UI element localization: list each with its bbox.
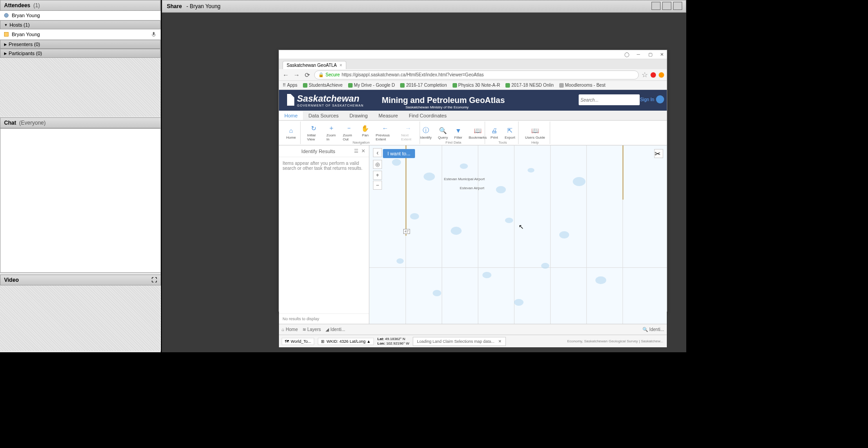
filter-icon: ▼ [454, 126, 462, 135]
hand-icon: ✋ [361, 124, 369, 132]
chat-body[interactable] [0, 128, 161, 273]
identify-noresults: No results to display [279, 313, 369, 324]
tool-zoom-out[interactable]: －Zoom Out [340, 123, 358, 142]
bottom-tab-home[interactable]: ⌂ Home [282, 327, 298, 332]
tool-initial-view[interactable]: ↻Initial View [304, 123, 323, 142]
i-want-to-button[interactable]: I want to... [383, 149, 415, 158]
map-view[interactable]: Estevan Municipal Airport Estevan Airpor… [369, 145, 667, 324]
svg-point-0 [5, 14, 9, 18]
back-button[interactable]: ← [282, 71, 290, 79]
bottom-tab-identify2[interactable]: 🔍 Identi... [642, 327, 664, 332]
ribbon-tab-findcoords[interactable]: Find Coordinates [403, 111, 452, 120]
participants-group[interactable]: ▶ Participants (0) [0, 49, 160, 58]
video-body [0, 285, 161, 351]
identify-hint: Items appear after you perform a valid s… [279, 157, 369, 313]
app-title: Mining and Petroleum GeoAtlas [382, 96, 505, 105]
list-icon[interactable]: ☰ [354, 148, 359, 154]
close-icon[interactable]: ✕ [498, 339, 502, 344]
host-name: Bryan Young [12, 32, 40, 37]
ribbon-tab-home[interactable]: Home [279, 111, 303, 120]
fullscreen-icon[interactable]: ⛶ [151, 277, 157, 283]
cursor-icon: ↖ [519, 223, 524, 230]
tab-close-icon[interactable]: × [340, 63, 342, 68]
minimize-button[interactable]: ─ [635, 51, 642, 58]
group-label-find: Find Data [446, 140, 462, 145]
tool-export[interactable]: ⇱Export [502, 126, 518, 140]
refresh-icon: ↻ [310, 124, 318, 132]
grid-icon: ⊞ [321, 339, 325, 344]
attendee-name: Bryan Young [12, 13, 40, 18]
maximize-button[interactable]: ▢ [647, 51, 653, 58]
tool-query[interactable]: 🔍Query [435, 126, 451, 140]
panel-back-button[interactable]: ‹ [373, 148, 382, 157]
coordinates: Lat: 49.18362° N Lon: 102.92196° W [377, 337, 409, 346]
bookmark-item[interactable]: My Drive - Google D [348, 83, 395, 88]
tool-zoom-in[interactable]: ＋Zoom In [324, 123, 339, 142]
wkid-selector[interactable]: ⊞ WKID: 4326 Lat/Long ▲ [318, 338, 373, 345]
identify-panel: Identify Results ☰ ✕ Items appear after … [279, 145, 369, 324]
tool-home[interactable]: ⌂Home [283, 126, 298, 140]
guide-icon: 📖 [531, 126, 539, 135]
fullscreen-icon[interactable] [673, 2, 682, 10]
forward-button[interactable]: → [292, 71, 301, 79]
reload-button[interactable]: ⟳ [303, 71, 311, 79]
arrow-left-icon: ← [381, 124, 389, 132]
attendee-row[interactable]: Bryan Young [0, 11, 160, 20]
bottom-tab-layers[interactable]: ≋ Layers [302, 327, 321, 332]
accessibility-icon[interactable] [656, 95, 664, 103]
map-zoom-in[interactable]: + [373, 171, 382, 180]
magnify-icon: 🔍 [439, 126, 447, 135]
tool-pan[interactable]: ✋Pan [359, 123, 372, 142]
plus-icon: ＋ [327, 124, 335, 132]
presenters-group[interactable]: ▶ Presenters (0) [0, 40, 160, 49]
tool-identify[interactable]: ⓘIdentify [417, 126, 434, 140]
address-bar[interactable]: 🔒 Secure https://gisappl.saskatchewan.ca… [314, 70, 639, 79]
person-icon[interactable]: ◯ [623, 51, 630, 58]
arrow-right-icon: → [404, 124, 412, 132]
chat-header: Chat (Everyone) [0, 117, 161, 128]
book-icon: 📖 [474, 126, 482, 135]
bookmark-item[interactable]: Moodlerooms - Best [559, 83, 605, 88]
ribbon-tab-datasources[interactable]: Data Sources [303, 111, 344, 120]
signin-link[interactable]: Sign In [640, 97, 654, 102]
layout-icon-2[interactable] [662, 2, 671, 10]
map-tools-button[interactable]: ✂ [654, 149, 663, 158]
video-header: Video ⛶ [0, 275, 161, 285]
bookmark-item[interactable]: StudentsAchieve [303, 83, 343, 88]
search-box[interactable] [579, 94, 640, 105]
tool-next-extent: →Next Extent [398, 123, 418, 142]
ribbon-tab-drawing[interactable]: Drawing [344, 111, 373, 120]
layout-icon-1[interactable] [651, 2, 660, 10]
lock-icon: 🔒 [318, 72, 324, 77]
logo-subtitle: GOVERNMENT OF SASKATCHEWAN [297, 104, 364, 107]
browser-window: ◯ ─ ▢ ✕ Saskatchewan GeoATLA × ← → ⟳ 🔒 S… [278, 50, 667, 312]
ribbon-tab-measure[interactable]: Measure [373, 111, 403, 120]
hosts-group[interactable]: ▼ Hosts (1) [0, 20, 160, 29]
attendees-empty-area [0, 58, 160, 117]
close-icon[interactable]: ✕ [361, 148, 365, 154]
bookmark-item[interactable]: 2016-17 Completion [400, 83, 447, 88]
tool-bookmarks[interactable]: 📖Bookmarks [466, 126, 490, 140]
host-row[interactable]: Bryan Young [0, 29, 160, 40]
star-icon[interactable]: ☆ [642, 70, 648, 79]
ext-icon-1[interactable] [651, 72, 656, 78]
tool-filter[interactable]: ▼Filter [452, 126, 465, 140]
basemap-selector[interactable]: 🗺 World_To... [282, 338, 314, 345]
apps-button[interactable]: ⠿ Apps [283, 83, 297, 88]
bottom-tab-identify[interactable]: ◢ Identi... [326, 327, 345, 332]
group-label-nav: Navigation [353, 140, 370, 145]
browser-tab[interactable]: Saskatchewan GeoATLA × [283, 61, 346, 69]
close-button[interactable]: ✕ [659, 51, 665, 58]
search-input[interactable] [580, 98, 638, 103]
locate-button[interactable]: ◎ [373, 160, 382, 169]
tool-print[interactable]: 🖨Print [487, 126, 501, 140]
logo-text: Saskatchewan [297, 93, 364, 104]
map-zoom-out[interactable]: − [373, 181, 382, 190]
bookmark-item[interactable]: Physics 30 Note-A-R [453, 83, 500, 88]
tool-users-guide[interactable]: 📖Users Guide [522, 126, 547, 140]
bookmark-item[interactable]: 2017-18 NESD Onlin [505, 83, 553, 88]
tool-prev-extent[interactable]: ←Previous Extent [373, 123, 397, 142]
identify-title: Identify Results [283, 149, 354, 154]
ext-icon-2[interactable] [659, 72, 664, 78]
map-label-airport1: Estevan Municipal Airport [444, 177, 485, 181]
